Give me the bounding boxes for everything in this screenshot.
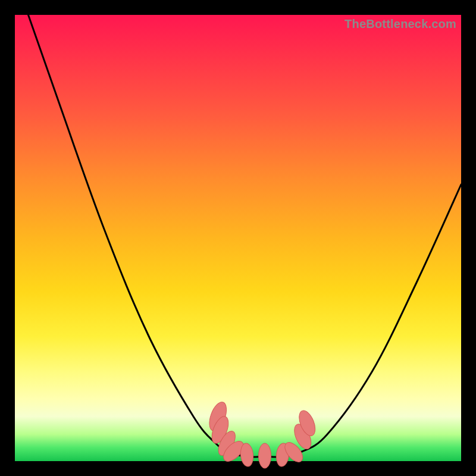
valley-marker	[259, 443, 271, 468]
bottleneck-curve	[15, 15, 461, 461]
curve-path	[29, 15, 462, 457]
plot-area: TheBottleneck.com	[15, 15, 461, 461]
chart-frame: TheBottleneck.com	[0, 0, 476, 476]
valley-markers	[206, 400, 318, 468]
valley-marker	[240, 443, 255, 467]
